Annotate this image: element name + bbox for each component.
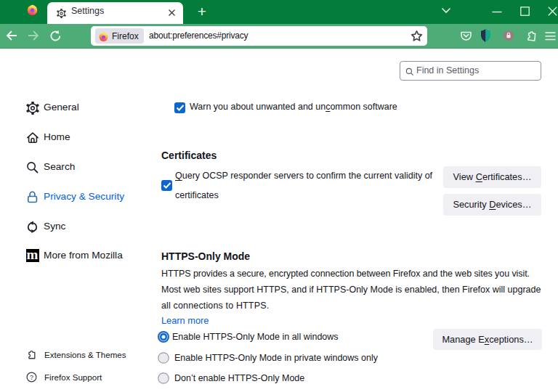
svg-text:?: ?	[30, 374, 33, 381]
